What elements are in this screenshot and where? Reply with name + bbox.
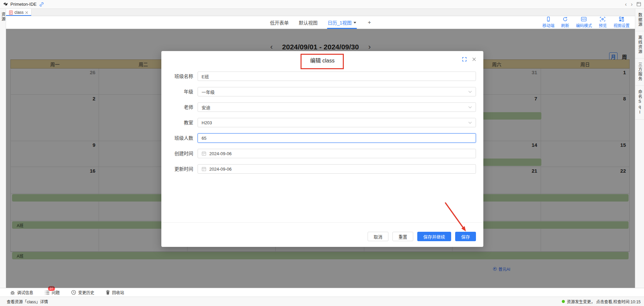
status-right-text: 资源发生变更， 点击查看,检查时间:10:15: [567, 299, 641, 304]
left-rail-tab[interactable]: 资源: [1, 12, 5, 21]
bottom-bar: 调试信息问题37变更历史回收站: [0, 288, 644, 297]
right-rail-tab[interactable]: 离线资源: [635, 31, 644, 58]
view-tab-label: 低开表单: [270, 19, 289, 26]
teacher-select[interactable]: 安迪: [198, 102, 476, 112]
field-label: 班级名称: [161, 72, 198, 81]
chevron-down-icon: [468, 122, 472, 124]
view-settings-button[interactable]: 视图设置: [613, 16, 630, 28]
select-value: 一年级: [202, 89, 215, 95]
editor-tab[interactable]: class: [6, 9, 32, 16]
toolbar-actions: 移动端刷新编码模式预览视图设置: [542, 16, 630, 29]
view-toolbar: 低开表单默认视图日历_1视图+ 移动端刷新编码模式预览视图设置: [6, 16, 635, 29]
right-rail-tab-label: 三方服务: [637, 62, 642, 81]
right-rail-tab[interactable]: 三方服务: [635, 58, 644, 86]
field-label: 创建时间: [161, 149, 198, 158]
form-field: 创建时间2024-09-06: [161, 149, 483, 158]
panel-button-label: 回收站: [112, 290, 124, 295]
right-rail-tab-label: 数据源: [637, 13, 642, 27]
mobile-button[interactable]: 移动端: [542, 16, 554, 28]
view-tabs: 低开表单默认视图日历_1视图+: [270, 19, 371, 26]
app-window: Primeton-IDE ‹ › 资源 数据源离线资源三方服务命名Sql cla…: [0, 0, 644, 306]
class-name-input[interactable]: [198, 72, 476, 81]
right-activity-rail: 数据源离线资源三方服务命名Sql: [635, 9, 644, 288]
view-tab[interactable]: 日历_1视图: [328, 19, 357, 26]
calendar-icon: [202, 151, 206, 156]
reset-button[interactable]: 重置: [392, 232, 413, 241]
debug-icon: [10, 290, 15, 295]
update-time-picker[interactable]: 2024-09-06: [198, 164, 476, 174]
status-bar: 查看资源「class」详情 资源发生变更， 点击查看,检查时间:10:15: [0, 297, 644, 306]
form-field: 班级人数: [161, 133, 483, 143]
save-button[interactable]: 保存: [455, 232, 476, 241]
add-view-button[interactable]: +: [368, 19, 371, 26]
status-right[interactable]: 资源发生变更， 点击查看,检查时间:10:15: [562, 299, 641, 304]
history-panel-button[interactable]: 变更历史: [71, 290, 94, 295]
code-mode-button[interactable]: 编码模式: [576, 16, 592, 28]
layout-icon[interactable]: [637, 2, 641, 6]
dialog-footer: 取消 重置 保存并继续 保存: [161, 222, 483, 247]
view-tab[interactable]: 默认视图: [299, 19, 318, 26]
right-rail-tab-label: 离线资源: [637, 35, 642, 54]
refresh-button[interactable]: 刷新: [561, 16, 569, 28]
grade-select[interactable]: 一年级: [198, 87, 476, 96]
fullscreen-icon[interactable]: [462, 57, 467, 61]
date-value: 2024-09-06: [209, 151, 232, 156]
classroom-select[interactable]: H203: [198, 118, 476, 127]
preview-icon: [600, 16, 605, 22]
trash-panel-button[interactable]: 回收站: [106, 290, 124, 295]
dialog-form: 班级名称年级一年级老师安迪教室H203班级人数创建时间2024-09-06更新时…: [161, 72, 483, 180]
title-bar: Primeton-IDE ‹ ›: [0, 0, 644, 9]
file-icon: [9, 10, 13, 15]
toolbar-action-label: 预览: [599, 23, 607, 28]
close-icon[interactable]: [472, 57, 476, 61]
field-label: 年级: [161, 87, 198, 96]
save-continue-button[interactable]: 保存并继续: [417, 232, 451, 241]
form-field: 教室H203: [161, 118, 483, 127]
left-activity-rail: 资源: [0, 9, 6, 288]
toolbar-action-label: 刷新: [561, 23, 569, 28]
right-rail-tab[interactable]: 数据源: [635, 9, 644, 31]
toolbar-action-label: 移动端: [542, 23, 554, 28]
app-title: Primeton-IDE: [10, 2, 37, 7]
app-logo-icon: [3, 2, 8, 7]
form-field: 更新时间2024-09-06: [161, 164, 483, 174]
history-forward-icon[interactable]: ›: [631, 2, 633, 7]
preview-button[interactable]: 预览: [599, 16, 607, 28]
create-time-picker[interactable]: 2024-09-06: [198, 149, 476, 158]
history-back-icon[interactable]: ‹: [625, 2, 627, 7]
chevron-down-icon[interactable]: [354, 22, 356, 25]
status-left-text: 查看资源「class」详情: [7, 299, 48, 304]
date-value: 2024-09-06: [209, 167, 232, 172]
class-size-input[interactable]: [198, 133, 476, 143]
status-dot-icon: [562, 300, 565, 303]
tab-close-icon[interactable]: [25, 11, 28, 14]
history-icon: [71, 290, 76, 295]
trash-icon: [106, 290, 110, 295]
right-rail-tab[interactable]: 命名Sql: [635, 86, 644, 120]
link-icon[interactable]: [39, 2, 44, 7]
view-tab[interactable]: 低开表单: [270, 19, 289, 26]
mobile-icon: [546, 16, 551, 22]
panel-button-label: 变更历史: [78, 290, 94, 295]
field-label: 老师: [161, 102, 198, 112]
debug-panel-button[interactable]: 调试信息: [10, 290, 33, 295]
field-label: 班级人数: [161, 133, 198, 143]
select-value: H203: [202, 120, 212, 125]
annotation-box: [301, 54, 344, 69]
field-label: 教室: [161, 118, 198, 127]
form-field: 年级一年级: [161, 87, 483, 96]
view-tab-label: 默认视图: [299, 19, 318, 26]
view-tab-label: 日历_1视图: [328, 19, 352, 26]
chevron-down-icon: [468, 91, 472, 93]
edit-class-dialog: 编辑 class 班级名称年级一年级老师安迪教室H203班级人数创建时间2024…: [161, 51, 483, 247]
form-field: 老师安迪: [161, 102, 483, 112]
cancel-button[interactable]: 取消: [368, 232, 388, 241]
refresh-icon: [562, 16, 568, 22]
editor-tab-label: class: [14, 10, 23, 15]
titlebar-controls: ‹ ›: [625, 2, 641, 7]
code-mode-icon: [581, 16, 587, 22]
toolbar-action-label: 视图设置: [613, 23, 630, 28]
issues-panel-button[interactable]: 问题37: [45, 290, 60, 295]
toolbar-action-label: 编码模式: [576, 23, 592, 28]
editor-tab-strip: class: [6, 9, 635, 16]
